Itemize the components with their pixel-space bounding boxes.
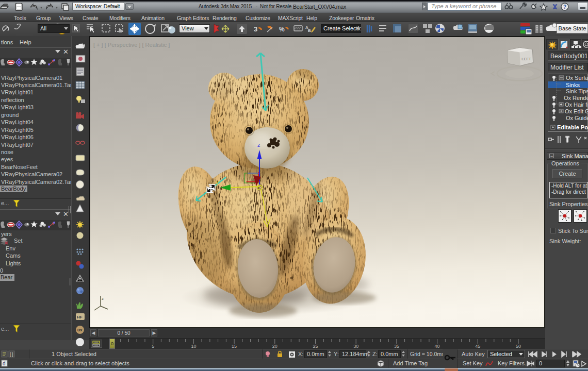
svg-text:20: 20 [272, 344, 277, 349]
svg-text:LEFT: LEFT [521, 57, 531, 61]
svg-text:%: % [279, 26, 285, 33]
svg-text:B: B [308, 28, 311, 33]
svg-text:Ox: Ox [77, 328, 82, 332]
svg-text:z: z [257, 142, 260, 148]
svg-text:5: 5 [152, 344, 154, 349]
svg-text:HF: HF [77, 315, 83, 319]
svg-text:45: 45 [475, 344, 480, 349]
svg-text:15: 15 [232, 344, 237, 349]
svg-text:]: ] [12, 352, 13, 357]
svg-text:50: 50 [516, 344, 521, 349]
svg-text:d: d [3, 361, 6, 366]
svg-text:z: z [102, 296, 104, 301]
svg-text:25: 25 [313, 344, 318, 349]
svg-text:Y: Y [216, 180, 219, 186]
svg-text:?: ? [563, 4, 566, 10]
svg-text:35: 35 [394, 344, 399, 349]
svg-text:10: 10 [191, 344, 196, 349]
svg-text:30: 30 [353, 344, 358, 349]
svg-text:3: 3 [254, 25, 257, 33]
svg-text:40: 40 [435, 344, 440, 349]
